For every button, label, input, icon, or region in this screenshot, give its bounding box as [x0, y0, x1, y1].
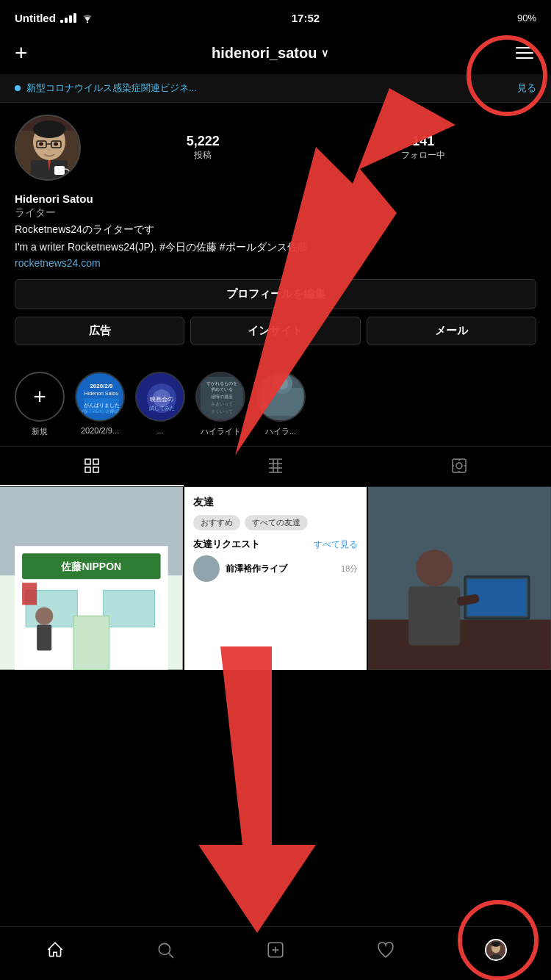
- tag-recommended[interactable]: おすすめ: [193, 515, 240, 530]
- request-see-all[interactable]: すべて見る: [314, 538, 358, 551]
- avatar-svg: [16, 116, 79, 179]
- alert-link[interactable]: 見る: [517, 82, 536, 95]
- tab-reels[interactable]: [184, 447, 367, 486]
- store-image: 佐藤NIPPON: [0, 487, 183, 670]
- svg-text:さくいって: さくいって: [211, 409, 233, 414]
- request-name: 前澤裕作ライブ: [226, 563, 335, 575]
- grid-cell-2[interactable]: 友達 おすすめ すべての友達 友達リクエスト すべて見る 前澤裕作ライブ 18分: [184, 487, 367, 670]
- highlight-2[interactable]: 映画会の 試してみた ...: [135, 372, 185, 437]
- posts-label: 投稿: [187, 149, 220, 162]
- tab-tagged[interactable]: [367, 447, 551, 486]
- highlight-circle-4: [256, 372, 306, 422]
- friends-tags: おすすめ すべての友達: [193, 515, 359, 530]
- grid-icon: [83, 457, 101, 475]
- svg-rect-13: [76, 373, 125, 422]
- job-title: ライター: [15, 206, 536, 220]
- svg-text:感情の遺産: 感情の遺産: [211, 394, 233, 399]
- profile-nav-icon: [485, 939, 507, 961]
- posts-stat[interactable]: 5,222 投稿: [187, 134, 220, 162]
- nav-search[interactable]: [110, 934, 220, 965]
- highlight-label-3: ハイライト: [201, 426, 241, 437]
- svg-point-9: [54, 143, 58, 146]
- svg-text:試してみた: 試してみた: [149, 406, 175, 411]
- profile-section: 5,222 投稿 141 フォロー中 Hidenori Satou ライター R…: [0, 103, 551, 363]
- nav-add[interactable]: [220, 934, 331, 965]
- svg-rect-51: [103, 590, 154, 627]
- svg-rect-37: [85, 467, 90, 472]
- svg-line-66: [169, 954, 173, 958]
- reels-icon: [267, 457, 284, 475]
- highlight-circle-2: 映画会の 試してみた: [135, 372, 185, 422]
- secondary-buttons-row: 広告 インサイト メール: [15, 317, 536, 345]
- status-left: Untitled: [15, 12, 94, 24]
- grid-cell-3[interactable]: [368, 487, 551, 670]
- highlight-3[interactable]: すがれるものを 求めている 感情の遺産 さきいって さくいって ハイライト: [195, 372, 245, 437]
- alert-banner[interactable]: 新型コロナウイルス感染症関連ビジネ... 見る: [0, 74, 551, 103]
- svg-rect-36: [93, 459, 98, 464]
- tag-all-friends[interactable]: すべての友達: [245, 515, 308, 530]
- wifi-icon: [81, 13, 94, 24]
- svg-point-65: [159, 943, 170, 954]
- profile-avatar-small: [486, 940, 505, 959]
- request-avatar: [193, 555, 220, 582]
- svg-rect-35: [85, 459, 90, 464]
- mail-button[interactable]: メール: [367, 317, 536, 345]
- tab-grid[interactable]: [0, 447, 184, 486]
- highlight-label-1: 2020/2/9...: [81, 426, 119, 435]
- grid-cell-1[interactable]: 佐藤NIPPON: [0, 487, 183, 670]
- bio-line1: Rocketnews24のライターです: [15, 222, 536, 237]
- bio-line2: I'm a writer Rocketnews24(JP). #今日の佐藤 #ポ…: [15, 239, 536, 255]
- svg-rect-52: [73, 616, 109, 669]
- highlight-label-4: ハイラ...: [265, 426, 296, 437]
- hamburger-menu-button[interactable]: [513, 44, 536, 62]
- nav-home[interactable]: [0, 934, 110, 965]
- signal-bars: [60, 13, 76, 23]
- svg-rect-38: [93, 467, 98, 472]
- insights-button[interactable]: インサイト: [190, 317, 360, 345]
- menu-line-2: [516, 52, 533, 54]
- svg-marker-77: [198, 646, 316, 933]
- svg-point-4: [33, 120, 65, 138]
- highlight-1[interactable]: 2020/2/9 Hidenori Satou がんばりました なぜか「パパ」と…: [75, 372, 125, 437]
- highlight-add-item[interactable]: + 新規: [15, 372, 65, 437]
- svg-text:なぜか「パパ」と呼ばれる: なぜか「パパ」と呼ばれる: [76, 409, 125, 414]
- svg-text:がんばりました: がんばりました: [84, 403, 120, 408]
- content-tabs: [0, 446, 551, 487]
- following-label: フォロー中: [401, 149, 445, 162]
- posts-count: 5,222: [187, 134, 220, 149]
- svg-text:すがれるものを: すがれるものを: [206, 381, 237, 386]
- photo-grid: 佐藤NIPPON 友達 おすすめ すべての友達 友達リクエスト すべて見る: [0, 487, 551, 670]
- nav-heart[interactable]: [331, 934, 441, 965]
- website-link[interactable]: rocketnews24.com: [15, 257, 536, 269]
- add-post-button[interactable]: +: [15, 40, 28, 65]
- svg-point-10: [48, 149, 51, 151]
- nav-profile[interactable]: [441, 934, 551, 965]
- highlight-4[interactable]: ハイラ...: [256, 372, 306, 437]
- avatar-image: [16, 116, 79, 179]
- heart-icon: [376, 940, 395, 959]
- friend-request-section: 友達リクエスト すべて見る 前澤裕作ライブ 18分: [193, 538, 359, 582]
- home-icon: [46, 940, 65, 959]
- ads-button[interactable]: 広告: [15, 317, 184, 345]
- following-stat[interactable]: 141 フォロー中: [401, 134, 445, 162]
- username-label: hidenori_satou: [212, 45, 317, 62]
- profile-top-row: 5,222 投稿 141 フォロー中: [15, 115, 536, 181]
- highlight-add-label: 新規: [32, 426, 48, 437]
- svg-point-8: [39, 143, 43, 146]
- alert-dot-icon: [15, 85, 21, 91]
- chevron-down-icon: ∨: [321, 47, 328, 59]
- svg-text:さきいって: さきいって: [211, 402, 233, 407]
- request-header: 友達リクエスト すべて見る: [193, 538, 359, 551]
- friends-title: 友達: [193, 496, 359, 509]
- avatar[interactable]: [15, 115, 81, 181]
- highlight-circle-3: すがれるものを 求めている 感情の遺産 さきいって さくいって: [195, 372, 245, 422]
- svg-rect-54: [37, 624, 51, 650]
- highlight-add-button[interactable]: +: [15, 372, 65, 422]
- edit-profile-button[interactable]: プロフィールを編集: [15, 279, 536, 309]
- highlight-label-2: ...: [156, 426, 163, 435]
- action-buttons: プロフィールを編集 広告 インサイト メール: [15, 279, 536, 345]
- carrier-label: Untitled: [15, 12, 56, 24]
- username-dropdown[interactable]: hidenori_satou ∨: [212, 45, 328, 62]
- profile-stats: 5,222 投稿 141 フォロー中: [96, 134, 536, 162]
- person-image: [368, 487, 551, 670]
